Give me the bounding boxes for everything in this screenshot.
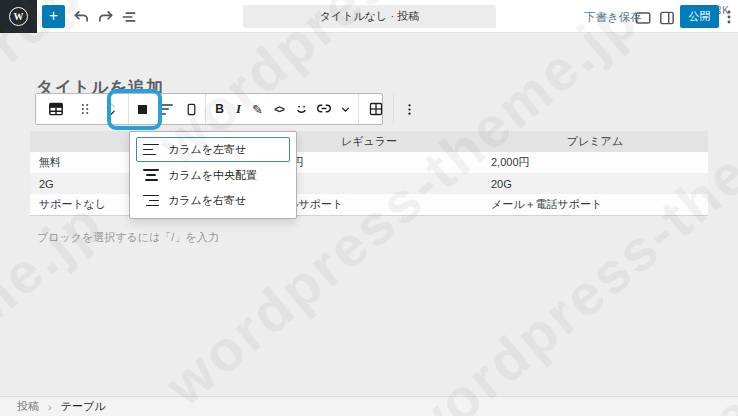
menu-item-align-center[interactable]: カラムを中央配置 [136, 163, 290, 188]
breadcrumb: 投稿 › テーブル [0, 396, 738, 416]
chevron-down-icon[interactable] [336, 94, 355, 124]
drag-handle-icon[interactable] [73, 94, 97, 124]
settings-sidebar-icon[interactable] [658, 9, 676, 27]
preview-icon[interactable] [634, 9, 652, 27]
breadcrumb-root[interactable]: 投稿 [17, 399, 39, 414]
block-options-icon[interactable] [397, 94, 421, 124]
column-alignment-icon[interactable] [152, 94, 180, 124]
paragraph-placeholder[interactable]: ブロックを選択するには「/」を入力 [37, 230, 219, 245]
move-down-icon[interactable] [104, 109, 118, 118]
menu-item-label: カラムを右寄せ [168, 193, 246, 208]
align-right-icon [143, 193, 159, 208]
block-movers[interactable] [97, 94, 125, 124]
edit-table-icon[interactable] [362, 94, 390, 124]
breadcrumb-separator-icon: › [48, 401, 52, 413]
options-menu-icon[interactable] [720, 8, 738, 26]
gutenberg-editor: W + タイトルなし · 投稿 ⌘K 下書き保存 公開 タイトルを追加 [0, 0, 738, 416]
link-icon[interactable] [312, 94, 336, 124]
block-tools-group [36, 94, 129, 124]
column-alignment-dropdown: カラムを左寄せ カラムを中央配置 カラムを右寄せ [129, 131, 297, 219]
table-header-cell[interactable]: プレミアム [482, 131, 708, 152]
table-block-icon[interactable] [39, 94, 73, 124]
document-title: タイトルなし · 投稿 [320, 9, 419, 24]
breadcrumb-current: テーブル [61, 399, 106, 414]
block-toolbar: B I ✎ <> [35, 93, 383, 125]
document-title-pill[interactable]: タイトルなし · 投稿 [243, 5, 496, 28]
wordpress-logo-icon: W [9, 7, 28, 26]
block-inserter-button[interactable]: + [42, 5, 65, 28]
block-align-icon[interactable] [132, 94, 152, 124]
undo-icon[interactable] [72, 8, 90, 26]
block-options-group [394, 94, 424, 124]
italic-button[interactable]: I [230, 94, 247, 124]
align-left-icon [143, 142, 159, 157]
menu-item-align-left[interactable]: カラムを左寄せ [136, 137, 290, 162]
redo-icon[interactable] [97, 8, 115, 26]
menu-item-align-right[interactable]: カラムを右寄せ [136, 188, 290, 213]
inline-code-button[interactable]: <> [268, 94, 290, 124]
publish-button[interactable]: 公開 [680, 5, 719, 28]
move-up-icon[interactable] [104, 100, 118, 109]
menu-item-label: カラムを左寄せ [168, 142, 246, 157]
richtext-tools-group: B I ✎ <> [206, 94, 359, 124]
list-view-icon[interactable] [120, 8, 138, 26]
smiley-icon[interactable] [290, 94, 312, 124]
highlight-pen-icon[interactable]: ✎ [247, 94, 268, 124]
top-bar: W + タイトルなし · 投稿 ⌘K 下書き保存 公開 [0, 0, 738, 33]
table-cell[interactable]: 20G [482, 173, 708, 194]
bold-button[interactable]: B [209, 94, 230, 124]
table-cell[interactable]: 2,000円 [482, 152, 708, 173]
table-cell[interactable]: メール＋電話サポート [482, 194, 708, 215]
align-center-icon [143, 168, 159, 183]
alignment-tools-group [129, 94, 206, 124]
menu-item-label: カラムを中央配置 [168, 168, 257, 183]
edit-table-group [359, 94, 394, 124]
vertical-align-icon[interactable] [180, 94, 202, 124]
wordpress-menu-button[interactable]: W [0, 0, 37, 33]
